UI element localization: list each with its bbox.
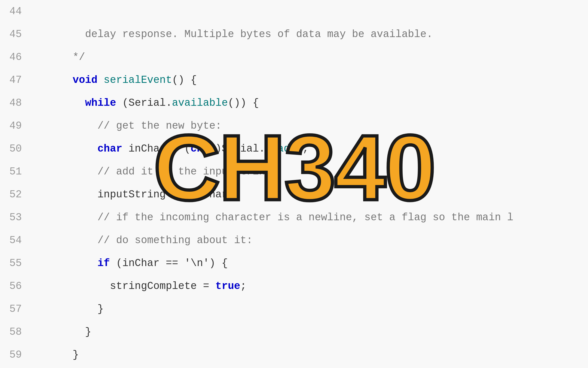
code-line-54: 54 if (inChar == '\n') { [0,229,588,252]
line-number-47: 47 [0,69,30,92]
line-number-51: 51 [0,160,30,183]
code-line-51: 51 inputString += inChar; [0,160,588,183]
line-number-60: 60 [0,366,30,368]
line-number-55: 55 [0,252,30,275]
code-line-45: 45 */ [0,23,588,46]
line-number-54: 54 [0,229,30,252]
line-number-50: 50 [0,137,30,160]
line-number-56: 56 [0,275,30,298]
code-line-50: 50 // add it to the inputString: [0,137,588,160]
line-number-48: 48 [0,92,30,114]
code-editor: 44 delay response. Multiple bytes of dat… [0,0,588,368]
code-line-57: 57 } [0,298,588,321]
line-number-58: 58 [0,321,30,343]
line-number-57: 57 [0,298,30,321]
code-token: } [73,349,79,361]
line-number-53: 53 [0,206,30,229]
line-content-58: } [30,321,588,368]
code-line-56: 56 } [0,275,588,298]
line-number-44: 44 [0,0,30,23]
code-line-49: 49 char inChar = (char)Serial.read(); [0,114,588,137]
line-number-46: 46 [0,46,30,69]
line-number-45: 45 [0,23,30,46]
code-line-48: 48 // get the new byte: [0,92,588,114]
code-line-53: 53 // do something about it: [0,206,588,229]
code-line-52: 52 // if the incoming character is a new… [0,183,588,206]
code-line-55: 55 stringComplete = true; [0,252,588,275]
code-line-58: 58 } [0,321,588,343]
code-line-47: 47 while (Serial.available()) { [0,69,588,92]
code-line-46: 46 void serialEvent() { [0,46,588,69]
line-number-52: 52 [0,183,30,206]
line-number-49: 49 [0,114,30,137]
line-number-59: 59 [0,343,30,366]
code-line-44: 44 delay response. Multiple bytes of dat… [0,0,588,23]
